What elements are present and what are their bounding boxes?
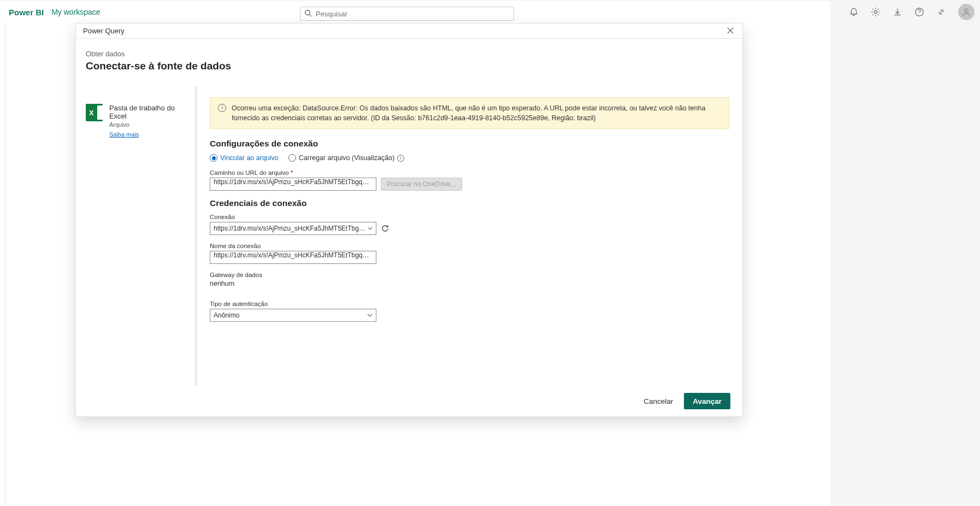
radio-icon [210, 154, 217, 162]
gateway-value: nenhum [210, 280, 729, 287]
search-icon [304, 9, 312, 17]
power-query-dialog: Power Query Obter dados Conectar-se à fo… [75, 23, 743, 417]
radio-link-to-file[interactable]: Vincular ao arquivo [210, 154, 279, 162]
excel-icon: X [86, 104, 103, 121]
file-path-label: Caminho ou URL do arquivo * [210, 169, 729, 176]
chevron-down-icon [367, 313, 373, 318]
gateway-label: Gateway de dados [210, 272, 729, 278]
cancel-button[interactable]: Cancelar [644, 397, 673, 405]
settings-icon[interactable] [871, 7, 881, 17]
search-input[interactable] [300, 7, 514, 21]
error-banner: i Ocorreu uma exceção: DataSource.Error:… [210, 97, 729, 129]
breadcrumb: Obter dados [86, 50, 729, 58]
page-title: Conectar-se à fonte de dados [86, 60, 729, 72]
info-icon[interactable]: i [397, 155, 404, 162]
notifications-icon[interactable] [849, 7, 859, 17]
connection-name-label: Nome da conexão [210, 243, 729, 249]
section-credentials: Credenciais de conexão [210, 198, 729, 208]
next-button[interactable]: Avançar [684, 393, 730, 409]
section-connection-settings: Configurações de conexão [210, 139, 729, 149]
download-icon[interactable] [893, 7, 902, 17]
connection-label: Conexão [210, 214, 729, 220]
source-subtitle: Arquivo [109, 121, 191, 128]
radio-icon [288, 154, 296, 162]
left-rail [0, 23, 5, 506]
file-path-input[interactable]: https://1drv.ms/x/s!AjPmzu_sHcKFa5JhMT5E… [210, 178, 376, 191]
svg-point-0 [305, 10, 310, 15]
connection-select[interactable]: https://1drv.ms/x/s!AjPmzu_sHcKFa5JhMT5E… [210, 222, 376, 235]
svg-line-1 [310, 15, 312, 17]
svg-point-4 [965, 9, 968, 12]
auth-type-select[interactable]: Anônimo [210, 309, 376, 322]
chevron-down-icon [368, 226, 373, 231]
close-icon[interactable] [727, 27, 735, 36]
learn-more-link[interactable]: Saiba mais [109, 131, 139, 138]
radio-upload-file[interactable]: Carregar arquivo (Visualização) i [288, 154, 405, 162]
error-text: Ocorreu uma exceção: DataSource.Error: O… [232, 103, 721, 123]
source-name: Pasta de trabalho do Excel [109, 104, 191, 120]
browse-onedrive-button[interactable]: Procurar no OneDrive... [381, 178, 462, 191]
refresh-icon[interactable] [381, 224, 389, 233]
svg-point-2 [874, 10, 877, 13]
workspace-name[interactable]: My workspace [51, 8, 100, 16]
connection-name-input[interactable]: https://1drv.ms/x/s!AjPmzu_sHcKFa5JhMT5E… [210, 251, 376, 264]
help-icon[interactable] [914, 7, 924, 17]
info-icon: i [218, 104, 226, 112]
dialog-title: Power Query [83, 27, 125, 35]
auth-type-label: Tipo de autenticação [210, 301, 729, 307]
brand[interactable]: Power BI [9, 8, 44, 17]
link-icon[interactable] [936, 7, 946, 17]
data-source-item[interactable]: X Pasta de trabalho do Excel Arquivo Sai… [86, 104, 191, 139]
avatar[interactable] [958, 4, 975, 20]
